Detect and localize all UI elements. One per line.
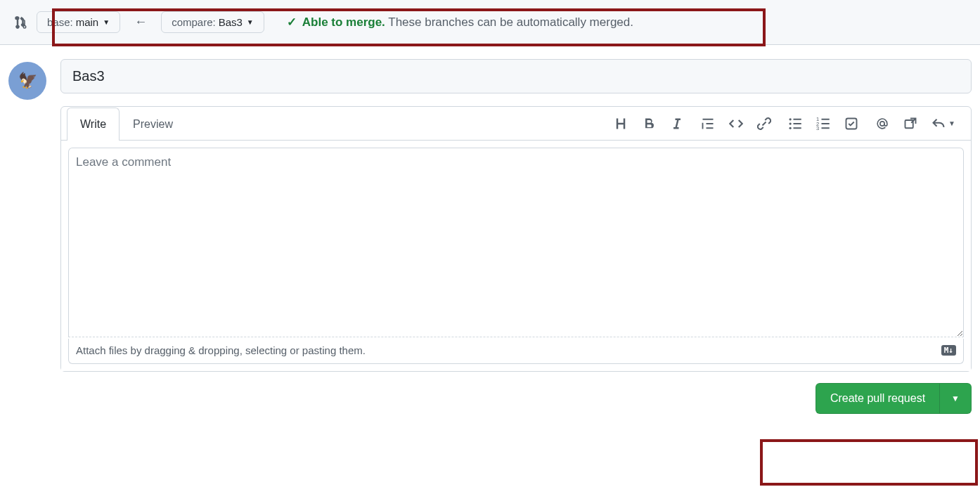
arrow-left-icon: ← (129, 15, 153, 30)
quote-icon[interactable] (701, 117, 715, 131)
tab-write[interactable]: Write (67, 108, 120, 141)
code-icon[interactable] (729, 117, 743, 131)
create-pr-button[interactable]: Create pull request (816, 384, 939, 413)
avatar[interactable]: 🦅 (8, 62, 46, 100)
heading-icon[interactable] (614, 117, 628, 131)
markdown-icon[interactable]: M↓ (941, 345, 956, 356)
main-area: 🦅 Write Preview (0, 45, 980, 428)
svg-rect-8 (794, 127, 801, 129)
svg-text:3: 3 (816, 124, 819, 130)
svg-point-16 (880, 121, 884, 125)
svg-point-3 (789, 118, 792, 120)
cross-reference-icon[interactable] (903, 117, 917, 131)
caret-down-icon[interactable]: ▼ (948, 119, 955, 127)
actions-row: Create pull request ▼ (60, 372, 972, 414)
task-list-icon[interactable] (844, 117, 858, 131)
svg-rect-13 (822, 123, 830, 124)
merge-status-bold: Able to merge. (302, 15, 385, 29)
svg-rect-6 (794, 118, 801, 119)
comment-area: Attach files by dragging & dropping, sel… (61, 141, 971, 371)
italic-icon[interactable] (670, 117, 684, 131)
caret-down-icon: ▼ (247, 18, 254, 26)
create-pr-dropdown[interactable]: ▼ (939, 384, 971, 413)
svg-rect-7 (794, 123, 801, 124)
pr-form: Write Preview 123 (60, 59, 972, 414)
git-compare-icon (14, 15, 28, 30)
compare-label: compare: (172, 16, 216, 28)
base-branch-selector[interactable]: base: main ▼ (37, 11, 120, 33)
comment-box: Write Preview 123 (60, 106, 972, 372)
compare-branch-name: Bas3 (219, 16, 243, 28)
merge-status-text: These branches can be automatically merg… (388, 15, 633, 29)
avatar-image: 🦅 (18, 72, 37, 90)
svg-rect-12 (822, 118, 830, 119)
merge-status: ✓ Able to merge. These branches can be a… (287, 15, 633, 30)
reply-icon[interactable] (931, 117, 946, 131)
tab-preview[interactable]: Preview (120, 108, 186, 141)
svg-point-4 (789, 122, 792, 124)
bullet-list-icon[interactable] (788, 117, 802, 131)
compare-branch-selector[interactable]: compare: Bas3 ▼ (161, 11, 264, 33)
bold-icon[interactable] (642, 117, 656, 131)
pr-title-input[interactable] (60, 59, 972, 93)
mention-icon[interactable] (875, 117, 889, 131)
create-pr-button-group: Create pull request ▼ (815, 383, 972, 414)
comment-textarea[interactable] (68, 148, 964, 337)
svg-point-2 (23, 25, 26, 28)
link-icon[interactable] (757, 117, 771, 131)
attach-row[interactable]: Attach files by dragging & dropping, sel… (68, 339, 964, 364)
compare-bar: base: main ▼ ← compare: Bas3 ▼ ✓ Able to… (0, 0, 980, 45)
check-icon: ✓ (287, 15, 297, 30)
svg-rect-14 (822, 127, 830, 129)
svg-point-5 (789, 126, 792, 129)
attach-hint: Attach files by dragging & dropping, sel… (76, 344, 366, 356)
markdown-toolbar: 123 ▼ (614, 117, 965, 131)
numbered-list-icon[interactable]: 123 (816, 117, 830, 131)
caret-down-icon: ▼ (103, 18, 110, 26)
tabs-row: Write Preview 123 (61, 107, 971, 141)
base-branch-name: main (76, 16, 99, 28)
base-label: base: (47, 16, 73, 28)
